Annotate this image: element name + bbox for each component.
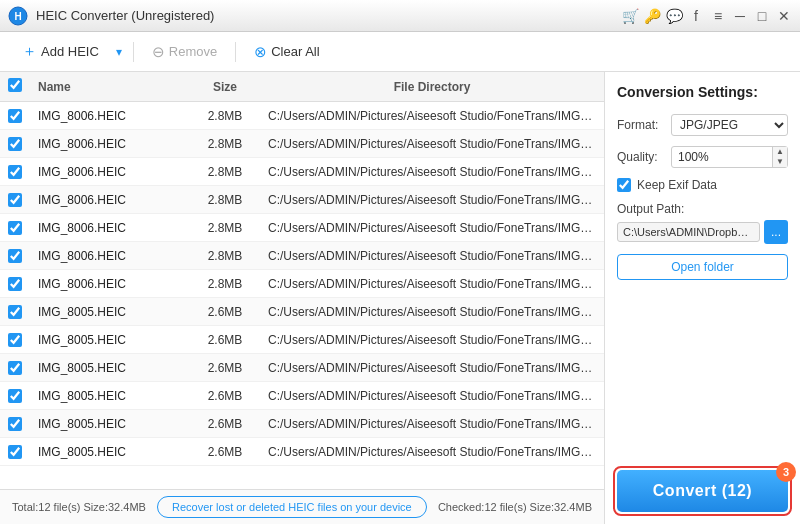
col-directory-header: File Directory (260, 80, 604, 94)
row-path: C:/Users/ADMIN/Pictures/Aiseesoft Studio… (260, 193, 604, 207)
format-label: Format: (617, 118, 665, 132)
row-checkbox[interactable] (8, 193, 22, 207)
row-size: 2.8MB (190, 193, 260, 207)
quality-label: Quality: (617, 150, 665, 164)
quality-down-arrow[interactable]: ▼ (773, 157, 787, 167)
row-size: 2.6MB (190, 389, 260, 403)
settings-title: Conversion Settings: (617, 84, 788, 100)
table-row: IMG_8005.HEIC 2.6MB C:/Users/ADMIN/Pictu… (0, 410, 604, 438)
browse-button[interactable]: ... (764, 220, 788, 244)
output-path: C:\Users\ADMIN\Dropbox\PC... (617, 222, 760, 242)
output-path-row: C:\Users\ADMIN\Dropbox\PC... ... (617, 220, 788, 244)
row-size: 2.6MB (190, 333, 260, 347)
row-checkbox[interactable] (8, 333, 22, 347)
table-row: IMG_8005.HEIC 2.6MB C:/Users/ADMIN/Pictu… (0, 326, 604, 354)
table-row: IMG_8005.HEIC 2.6MB C:/Users/ADMIN/Pictu… (0, 298, 604, 326)
row-size: 2.6MB (190, 417, 260, 431)
format-row: Format: JPG/JPEGPNGBMPTIFFGIF (617, 114, 788, 136)
row-path: C:/Users/ADMIN/Pictures/Aiseesoft Studio… (260, 389, 604, 403)
row-size: 2.6MB (190, 445, 260, 459)
row-checkbox[interactable] (8, 109, 22, 123)
row-checkbox[interactable] (8, 277, 22, 291)
table-row: IMG_8005.HEIC 2.6MB C:/Users/ADMIN/Pictu… (0, 382, 604, 410)
plus-icon: ＋ (22, 42, 37, 61)
app-logo: H (8, 6, 28, 26)
exif-row: Keep Exif Data (617, 178, 788, 192)
row-path: C:/Users/ADMIN/Pictures/Aiseesoft Studio… (260, 445, 604, 459)
table-row: IMG_8006.HEIC 2.8MB C:/Users/ADMIN/Pictu… (0, 214, 604, 242)
step-badge: 3 (776, 462, 796, 482)
quality-arrows: ▲ ▼ (772, 147, 787, 167)
file-panel-footer: Total:12 file(s) Size:32.4MB Recover los… (0, 489, 604, 524)
row-size: 2.8MB (190, 137, 260, 151)
title-bar: H HEIC Converter (Unregistered) 🛒 🔑 💬 f … (0, 0, 800, 32)
key-icon[interactable]: 🔑 (644, 8, 660, 24)
row-checkbox[interactable] (8, 305, 22, 319)
maximize-icon[interactable]: □ (754, 8, 770, 24)
row-name: IMG_8005.HEIC (30, 361, 190, 375)
menu-icon[interactable]: ≡ (710, 8, 726, 24)
open-folder-button[interactable]: Open folder (617, 254, 788, 280)
quality-input: 100% ▲ ▼ (671, 146, 788, 168)
format-select[interactable]: JPG/JPEGPNGBMPTIFFGIF (671, 114, 788, 136)
quality-up-arrow[interactable]: ▲ (773, 147, 787, 157)
cart-icon[interactable]: 🛒 (622, 8, 638, 24)
clear-icon: ⊗ (254, 43, 267, 61)
quality-value: 100% (672, 148, 772, 166)
total-stat: Total:12 file(s) Size:32.4MB (12, 501, 146, 513)
row-path: C:/Users/ADMIN/Pictures/Aiseesoft Studio… (260, 277, 604, 291)
row-path: C:/Users/ADMIN/Pictures/Aiseesoft Studio… (260, 109, 604, 123)
app-title: HEIC Converter (Unregistered) (36, 8, 622, 23)
clear-all-button[interactable]: ⊗ Clear All (244, 39, 329, 65)
row-name: IMG_8006.HEIC (30, 193, 190, 207)
window-controls: 🛒 🔑 💬 f ≡ ─ □ ✕ (622, 8, 792, 24)
table-row: IMG_8006.HEIC 2.8MB C:/Users/ADMIN/Pictu… (0, 270, 604, 298)
remove-button[interactable]: ⊖ Remove (142, 39, 227, 65)
table-row: IMG_8005.HEIC 2.6MB C:/Users/ADMIN/Pictu… (0, 354, 604, 382)
close-icon[interactable]: ✕ (776, 8, 792, 24)
row-path: C:/Users/ADMIN/Pictures/Aiseesoft Studio… (260, 333, 604, 347)
convert-button[interactable]: Convert (12) (617, 470, 788, 512)
row-name: IMG_8006.HEIC (30, 249, 190, 263)
recover-button[interactable]: Recover lost or deleted HEIC files on yo… (157, 496, 427, 518)
row-name: IMG_8005.HEIC (30, 333, 190, 347)
divider-1 (133, 42, 134, 62)
row-checkbox[interactable] (8, 417, 22, 431)
output-label: Output Path: (617, 202, 788, 216)
table-row: IMG_8006.HEIC 2.8MB C:/Users/ADMIN/Pictu… (0, 242, 604, 270)
col-size-header: Size (190, 80, 260, 94)
divider-2 (235, 42, 236, 62)
svg-text:H: H (14, 11, 21, 22)
row-name: IMG_8006.HEIC (30, 277, 190, 291)
add-heic-button[interactable]: ＋ Add HEIC (12, 38, 109, 65)
facebook-icon[interactable]: f (688, 8, 704, 24)
row-checkbox[interactable] (8, 361, 22, 375)
minimize-icon[interactable]: ─ (732, 8, 748, 24)
row-size: 2.6MB (190, 361, 260, 375)
main-content: Name Size File Directory IMG_8006.HEIC 2… (0, 72, 800, 524)
row-checkbox[interactable] (8, 249, 22, 263)
select-all-checkbox[interactable] (8, 78, 22, 92)
convert-wrapper: 3 Convert (12) (617, 470, 788, 512)
file-panel: Name Size File Directory IMG_8006.HEIC 2… (0, 72, 605, 524)
row-name: IMG_8005.HEIC (30, 305, 190, 319)
chat-icon[interactable]: 💬 (666, 8, 682, 24)
row-name: IMG_8005.HEIC (30, 445, 190, 459)
add-dropdown-arrow[interactable]: ▾ (113, 43, 125, 61)
table-row: IMG_8006.HEIC 2.8MB C:/Users/ADMIN/Pictu… (0, 102, 604, 130)
row-checkbox[interactable] (8, 165, 22, 179)
row-name: IMG_8006.HEIC (30, 137, 190, 151)
row-name: IMG_8005.HEIC (30, 389, 190, 403)
settings-panel: Conversion Settings: Format: JPG/JPEGPNG… (605, 72, 800, 524)
row-checkbox[interactable] (8, 221, 22, 235)
exif-checkbox[interactable] (617, 178, 631, 192)
row-size: 2.8MB (190, 165, 260, 179)
col-check (0, 78, 30, 95)
row-checkbox[interactable] (8, 137, 22, 151)
toolbar: ＋ Add HEIC ▾ ⊖ Remove ⊗ Clear All (0, 32, 800, 72)
row-path: C:/Users/ADMIN/Pictures/Aiseesoft Studio… (260, 221, 604, 235)
row-checkbox[interactable] (8, 389, 22, 403)
row-name: IMG_8006.HEIC (30, 221, 190, 235)
row-checkbox[interactable] (8, 445, 22, 459)
row-path: C:/Users/ADMIN/Pictures/Aiseesoft Studio… (260, 137, 604, 151)
